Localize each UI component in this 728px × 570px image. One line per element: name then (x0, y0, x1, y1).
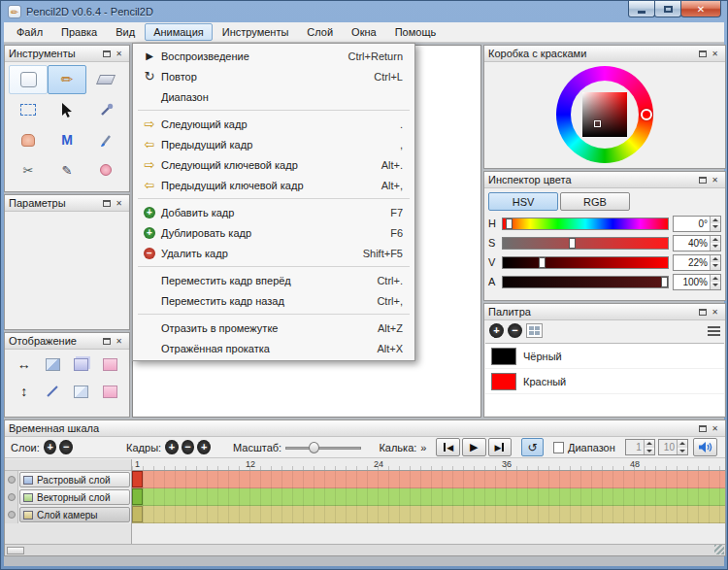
tools-panel-titlebar[interactable]: Инструменты ✕ (5, 46, 129, 62)
remove-color-button[interactable]: − (508, 323, 522, 338)
palette-item-black[interactable]: Чёрный (485, 344, 724, 369)
polyline-tool-button[interactable]: M (48, 125, 86, 154)
spin-up-button[interactable] (711, 217, 720, 224)
tools-close-button[interactable]: ✕ (113, 48, 125, 59)
hue-slider[interactable] (502, 218, 669, 230)
bitmap-track[interactable] (132, 471, 725, 488)
onion-next-button[interactable] (67, 381, 96, 402)
range-checkbox[interactable] (553, 442, 564, 453)
menu-item-prev-frame[interactable]: ⇦ Предыдущий кадр , (133, 134, 414, 154)
parameters-float-button[interactable] (100, 197, 113, 209)
eraser-tool-button[interactable] (86, 65, 125, 94)
resize-grip[interactable] (714, 545, 724, 554)
brush-tool-button[interactable] (86, 125, 125, 154)
menu-item-move-frame-forward[interactable]: Переместить кадр вперёд Ctrl+. (133, 270, 414, 290)
pencil-tool-button[interactable]: ✏ (48, 65, 86, 94)
layer-visibility-cell[interactable] (5, 506, 18, 523)
menu-item-move-frame-back[interactable]: Переместить кадр назад Ctrl+, (133, 290, 414, 311)
mirror-v-view-button[interactable] (39, 381, 68, 402)
value-spinbox[interactable]: 22% (673, 254, 721, 271)
camera-frame-key[interactable] (132, 506, 143, 522)
menu-windows[interactable]: Окна (343, 23, 385, 41)
timeline-float-button[interactable] (696, 422, 709, 434)
timeline-panel-titlebar[interactable]: Временная шкала ✕ (5, 420, 725, 437)
range-end-spinbox[interactable]: 10 (658, 439, 688, 455)
display-close-button[interactable]: ✕ (113, 335, 125, 347)
remove-layer-button[interactable]: − (59, 440, 73, 454)
prev-frame-button[interactable]: ◀ (436, 438, 460, 456)
remove-frame-button[interactable]: − (182, 440, 195, 454)
colorbox-float-button[interactable] (696, 48, 709, 59)
colorbox-close-button[interactable]: ✕ (709, 48, 721, 59)
next-frame-button[interactable]: ▶ (488, 438, 513, 456)
inspector-float-button[interactable] (696, 174, 709, 185)
saturation-slider[interactable] (502, 237, 669, 250)
menu-animation[interactable]: Анимация (145, 23, 213, 41)
vector-layer-button[interactable]: Векторный слой (19, 489, 130, 505)
bitmap-layer-button[interactable]: Растровый слой (19, 472, 130, 487)
sv-marker[interactable] (594, 120, 601, 127)
hue-slider-marker[interactable] (506, 218, 513, 229)
pen-tool-button[interactable]: ✎ (48, 155, 86, 184)
hand-tool-button[interactable] (9, 125, 48, 154)
flip-horizontal-button[interactable]: ↔ (10, 353, 39, 375)
clear-tool-button[interactable] (9, 65, 48, 94)
horizontal-scrollbar[interactable] (7, 547, 24, 554)
add-color-button[interactable]: + (489, 323, 504, 338)
value-slider[interactable] (502, 256, 669, 269)
inspector-close-button[interactable]: ✕ (709, 174, 721, 185)
palette-close-button[interactable]: ✕ (709, 306, 721, 318)
loop-button[interactable]: ↺ (521, 438, 544, 456)
menu-item-range[interactable]: Диапазон (133, 86, 414, 107)
menu-item-loop[interactable]: ↻ Повтор Ctrl+L (133, 66, 414, 86)
timeline-ruler[interactable]: 1 12 24 36 48 (132, 459, 725, 471)
display-float-button[interactable] (100, 335, 113, 347)
menu-layer[interactable]: Слой (298, 23, 342, 41)
current-frame-key[interactable] (132, 471, 143, 487)
add-layer-button[interactable]: + (44, 440, 57, 454)
menu-item-next-frame[interactable]: ⇨ Следующий кадр . (133, 114, 414, 134)
parameters-close-button[interactable]: ✕ (113, 197, 125, 209)
minimize-button[interactable] (628, 1, 655, 17)
eyedropper-tool-button[interactable] (86, 95, 125, 124)
bucket-tool-button[interactable]: ✂ (9, 155, 48, 184)
menu-item-delete-frame[interactable]: − Удалить кадр Shift+F5 (133, 243, 414, 263)
spin-up-button[interactable] (678, 440, 687, 448)
hue-spinbox[interactable]: 0° (673, 216, 721, 232)
flip-vertical-button[interactable]: ↕ (10, 381, 39, 402)
spin-down-button[interactable] (711, 243, 720, 251)
spin-up-button[interactable] (711, 236, 720, 244)
spin-down-button[interactable] (678, 448, 687, 455)
palette-panel-titlebar[interactable]: Палитра ✕ (484, 304, 725, 320)
menu-tools[interactable]: Инструменты (214, 23, 298, 41)
spin-down-button[interactable] (711, 262, 720, 270)
menu-item-flip-inbetween[interactable]: Отразить в промежутке Alt+Z (133, 318, 414, 338)
menu-file[interactable]: Файл (8, 23, 51, 41)
menu-edit[interactable]: Правка (52, 23, 106, 41)
spin-down-button[interactable] (645, 448, 654, 455)
display-panel-titlebar[interactable]: Отображение ✕ (5, 333, 129, 350)
color-wheel[interactable] (556, 66, 653, 163)
select-tool-button[interactable] (9, 95, 48, 124)
menu-item-add-frame[interactable]: + Добавить кадр F7 (133, 202, 414, 222)
menu-item-play[interactable]: ▶ Воспроизведение Ctrl+Return (133, 46, 414, 66)
saturation-spinbox[interactable]: 40% (673, 235, 721, 251)
close-button[interactable]: ✕ (680, 1, 721, 17)
onion-prev-button[interactable] (67, 353, 96, 375)
spin-up-button[interactable] (711, 255, 720, 263)
inspector-panel-titlebar[interactable]: Инспектор цвета ✕ (484, 172, 725, 188)
swatch-view-button[interactable] (526, 323, 543, 338)
spin-down-button[interactable] (711, 282, 720, 289)
onion-blue-button[interactable] (96, 353, 125, 375)
alpha-spinbox[interactable]: 100% (673, 274, 721, 290)
mirror-view-button[interactable] (39, 353, 68, 375)
move-tool-button[interactable] (48, 95, 86, 124)
maximize-button[interactable] (654, 1, 681, 17)
layer-visibility-cell[interactable] (5, 471, 18, 488)
parameters-panel-titlebar[interactable]: Параметры ✕ (5, 195, 129, 212)
play-button[interactable]: ▶ (462, 438, 486, 456)
menu-help[interactable]: Помощь (386, 23, 446, 41)
onion-red-button[interactable] (96, 381, 125, 402)
spin-down-button[interactable] (711, 223, 720, 231)
onion-expand-button[interactable]: » (420, 442, 426, 453)
